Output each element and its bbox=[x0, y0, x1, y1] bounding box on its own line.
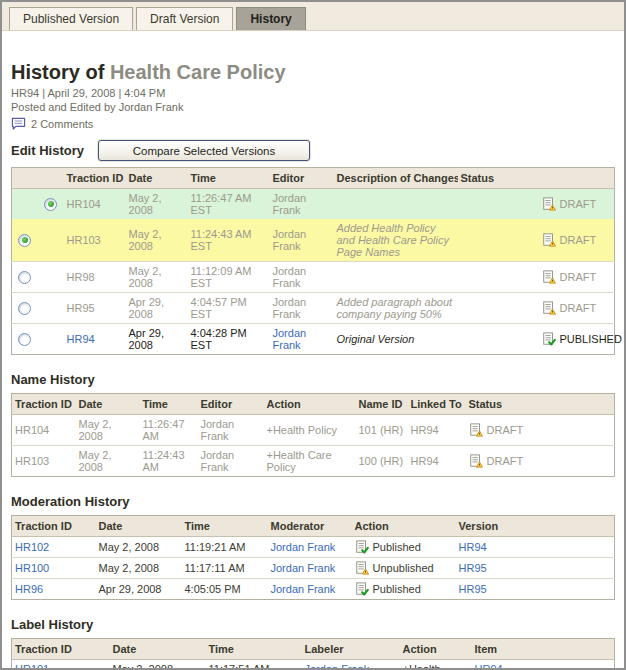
traction-id: HR103 bbox=[64, 219, 126, 262]
tab-published-version[interactable]: Published Version bbox=[9, 7, 133, 30]
edit-history-table: Traction ID Date Time Editor Description… bbox=[11, 167, 615, 355]
labeler-link[interactable]: Jordan Frank bbox=[305, 663, 370, 670]
column-header-description: Description of Changes bbox=[334, 168, 458, 189]
column-header-traction-id: Traction ID bbox=[64, 168, 126, 189]
status-badge: DRAFT bbox=[560, 198, 597, 210]
status-badge: DRAFT bbox=[560, 234, 597, 246]
table-row: HR102 May 2, 2008 11:19:21 AM Jordan Fra… bbox=[12, 537, 615, 558]
comments-link[interactable]: 2 Comments bbox=[31, 118, 93, 130]
traction-id: HR104 bbox=[12, 415, 76, 446]
published-action-icon bbox=[355, 582, 369, 596]
title-document-name: Health Care Policy bbox=[110, 61, 286, 83]
action-label: Published bbox=[373, 583, 421, 595]
version-link[interactable]: HR95 bbox=[459, 583, 487, 595]
tab-bar: Published Version Draft Version History bbox=[2, 2, 624, 31]
unpublished-action-icon bbox=[355, 561, 369, 575]
document-byline: Posted and Edited by Jordan Frank bbox=[11, 100, 615, 114]
page-title: History of Health Care Policy bbox=[11, 61, 615, 83]
action-label: Published bbox=[373, 541, 421, 553]
status-badge: DRAFT bbox=[487, 424, 524, 436]
document-meta: HR94 | April 29, 2008 | 4:04 PM bbox=[11, 86, 615, 100]
compare-version-radio[interactable] bbox=[44, 198, 57, 211]
table-row: HR104 May 2, 2008 11:26:47 AM Jordan Fra… bbox=[12, 415, 615, 446]
draft-status-icon bbox=[542, 197, 556, 211]
moderator-link[interactable]: Jordan Frank bbox=[271, 583, 336, 595]
status-badge: DRAFT bbox=[560, 302, 597, 314]
edit-history-heading: Edit History bbox=[11, 143, 84, 158]
traction-id: HR95 bbox=[64, 293, 126, 324]
compare-version-radio[interactable] bbox=[18, 302, 31, 315]
column-header-editor: Editor bbox=[270, 168, 334, 189]
traction-id-link[interactable]: HR102 bbox=[15, 541, 49, 553]
table-row: HR103 May 2, 2008 11:24:43 AM EST Jordan… bbox=[12, 219, 615, 262]
compare-version-radio[interactable] bbox=[18, 234, 31, 247]
label-history-table: Traction ID Date Time Labeler Action Ite… bbox=[11, 638, 615, 670]
table-row: HR101 May 2, 2008 11:17:51 AM Jordan Fra… bbox=[12, 660, 615, 670]
moderator-link[interactable]: Jordan Frank bbox=[271, 541, 336, 553]
action-label: Unpublished bbox=[373, 562, 434, 574]
tab-draft-version[interactable]: Draft Version bbox=[136, 7, 233, 30]
table-row: HR104 May 2, 2008 11:26:47 AM EST Jordan… bbox=[12, 189, 615, 220]
table-row: HR96 Apr 29, 2008 4:05:05 PM Jordan Fran… bbox=[12, 579, 615, 600]
status-badge: DRAFT bbox=[487, 455, 524, 467]
column-header-date: Date bbox=[126, 168, 188, 189]
traction-id: HR103 bbox=[12, 446, 76, 477]
compare-selected-versions-button[interactable]: Compare Selected Versions bbox=[98, 140, 310, 161]
comment-bubble-icon bbox=[11, 117, 26, 131]
table-row: HR103 May 2, 2008 11:24:43 AM Jordan Fra… bbox=[12, 446, 615, 477]
status-badge: PUBLISHED bbox=[560, 333, 622, 345]
column-header-radio bbox=[12, 168, 64, 189]
version-link[interactable]: HR94 bbox=[459, 541, 487, 553]
published-action-icon bbox=[355, 540, 369, 554]
draft-status-icon bbox=[542, 233, 556, 247]
column-header-time: Time bbox=[188, 168, 270, 189]
table-row: HR100 May 2, 2008 11:17:11 AM Jordan Fra… bbox=[12, 558, 615, 579]
action-label: +Health bbox=[400, 660, 472, 670]
traction-id-link[interactable]: HR101 bbox=[15, 663, 49, 670]
label-history-heading: Label History bbox=[11, 617, 615, 632]
traction-id-link[interactable]: HR100 bbox=[15, 562, 49, 574]
traction-id-link[interactable]: HR96 bbox=[15, 583, 43, 595]
draft-status-icon bbox=[542, 301, 556, 315]
status-badge: DRAFT bbox=[560, 271, 597, 283]
traction-id-link[interactable]: HR94 bbox=[67, 333, 95, 345]
traction-id: HR98 bbox=[64, 262, 126, 293]
draft-status-icon bbox=[469, 423, 483, 437]
history-page: Published Version Draft Version History … bbox=[0, 0, 626, 670]
compare-version-radio[interactable] bbox=[18, 333, 31, 346]
title-prefix: History of bbox=[11, 61, 110, 83]
editor-link[interactable]: Jordan Frank bbox=[273, 327, 307, 351]
table-row: HR94 Apr 29, 2008 4:04:28 PM EST Jordan … bbox=[12, 324, 615, 355]
traction-id: HR104 bbox=[64, 189, 126, 220]
compare-version-radio[interactable] bbox=[18, 271, 31, 284]
tab-history[interactable]: History bbox=[236, 7, 305, 30]
draft-status-icon bbox=[542, 270, 556, 284]
moderator-link[interactable]: Jordan Frank bbox=[271, 562, 336, 574]
table-row: HR98 May 2, 2008 11:12:09 AM EST Jordan … bbox=[12, 262, 615, 293]
column-header-status: Status bbox=[458, 168, 615, 189]
name-history-table: Traction ID Date Time Editor Action Name… bbox=[11, 393, 615, 477]
moderation-history-table: Traction ID Date Time Moderator Action V… bbox=[11, 515, 615, 600]
draft-status-icon bbox=[469, 454, 483, 468]
name-history-heading: Name History bbox=[11, 372, 615, 387]
table-row: HR95 Apr 29, 2008 4:04:57 PM EST Jordan … bbox=[12, 293, 615, 324]
item-link[interactable]: HR94 bbox=[475, 663, 503, 670]
version-link[interactable]: HR95 bbox=[459, 562, 487, 574]
moderation-history-heading: Moderation History bbox=[11, 494, 615, 509]
published-status-icon bbox=[542, 332, 556, 346]
